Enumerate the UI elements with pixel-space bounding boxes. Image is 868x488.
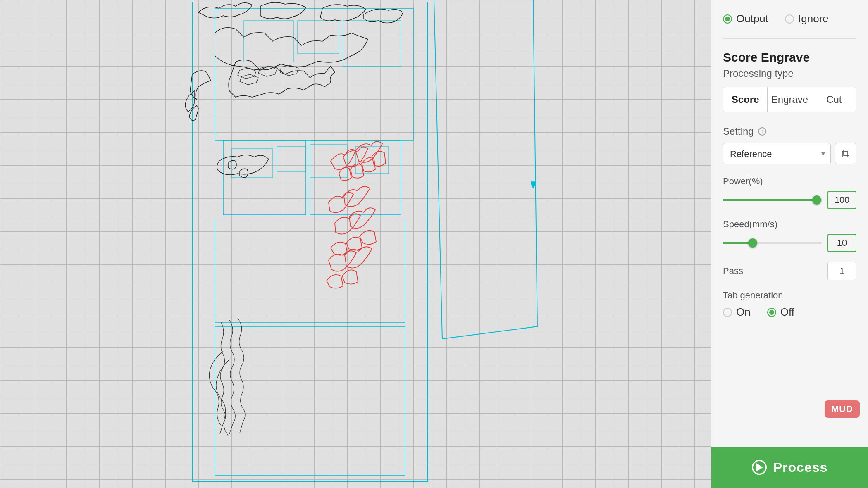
copy-icon (841, 149, 850, 158)
tab-generation-row: Tab generation On Off (723, 290, 856, 319)
engrave-button[interactable]: Engrave (768, 87, 812, 112)
canvas-artwork (0, 0, 711, 488)
svg-rect-1 (215, 8, 413, 140)
tab-on-label: On (736, 306, 751, 319)
tab-generation-label: Tab generation (723, 290, 856, 301)
power-value[interactable]: 100 (827, 191, 856, 209)
ignore-radio[interactable] (785, 14, 794, 24)
divider-1 (723, 38, 856, 39)
setting-select[interactable]: Reference Custom (723, 143, 831, 164)
output-option[interactable]: Output (723, 12, 768, 25)
speed-value[interactable]: 10 (827, 234, 856, 252)
right-panel: Output Ignore Score Engrave Processing t… (711, 0, 868, 488)
ignore-label: Ignore (798, 12, 829, 25)
svg-rect-6 (244, 21, 293, 62)
tab-on-option[interactable]: On (723, 306, 751, 319)
svg-rect-11 (310, 145, 347, 178)
power-label: Power(%) (723, 176, 856, 187)
pass-label: Pass (723, 266, 743, 276)
info-icon[interactable]: i (758, 127, 766, 136)
svg-rect-0 (192, 2, 428, 481)
tab-off-label: Off (780, 306, 794, 319)
cut-button[interactable]: Cut (812, 87, 856, 112)
setting-label: Setting (723, 126, 754, 137)
power-param: Power(%) 100 (723, 176, 856, 209)
tab-generation-options: On Off (723, 306, 856, 319)
processing-type-label: Processing type (723, 68, 856, 79)
setting-dropdown-row: Reference Custom ▾ (723, 143, 856, 164)
play-icon (752, 460, 767, 475)
svg-marker-13 (434, 0, 537, 339)
setting-select-wrapper: Reference Custom ▾ (723, 143, 831, 164)
speed-param: Speed(mm/s) 10 (723, 219, 856, 252)
speed-slider-row: 10 (723, 234, 856, 252)
canvas-area[interactable] (0, 0, 711, 488)
output-ignore-row: Output Ignore (723, 12, 856, 25)
setting-action-button[interactable] (835, 143, 856, 164)
output-label: Output (736, 12, 768, 25)
svg-rect-12 (355, 147, 389, 174)
power-slider-row: 100 (723, 191, 856, 209)
panel-content: Output Ignore Score Engrave Processing t… (711, 0, 868, 422)
tab-off-radio[interactable] (767, 308, 776, 317)
play-triangle (756, 463, 763, 471)
svg-rect-5 (215, 326, 405, 475)
setting-row: Setting i (723, 126, 856, 137)
speed-slider[interactable] (723, 242, 822, 244)
svg-rect-10 (277, 147, 306, 171)
pass-value[interactable]: 1 (827, 262, 856, 280)
processing-type-row: Score Engrave Cut (723, 87, 856, 112)
pass-row: Pass 1 (723, 262, 856, 280)
score-engrave-title: Score Engrave (723, 50, 856, 64)
process-label: Process (773, 460, 828, 475)
svg-rect-7 (298, 21, 339, 54)
svg-rect-8 (343, 21, 401, 66)
mud-area: MUD (711, 422, 868, 447)
speed-slider-thumb[interactable] (748, 238, 757, 248)
output-radio[interactable] (723, 14, 732, 24)
score-button[interactable]: Score (723, 87, 768, 112)
ignore-option[interactable]: Ignore (785, 12, 829, 25)
mud-badge: MUD (825, 400, 860, 418)
power-slider-thumb[interactable] (812, 195, 821, 205)
speed-label: Speed(mm/s) (723, 219, 856, 230)
tab-on-radio[interactable] (723, 308, 732, 317)
power-slider[interactable] (723, 199, 822, 201)
tab-off-option[interactable]: Off (767, 306, 794, 319)
svg-rect-4 (215, 219, 405, 322)
process-button[interactable]: Process (711, 447, 868, 488)
